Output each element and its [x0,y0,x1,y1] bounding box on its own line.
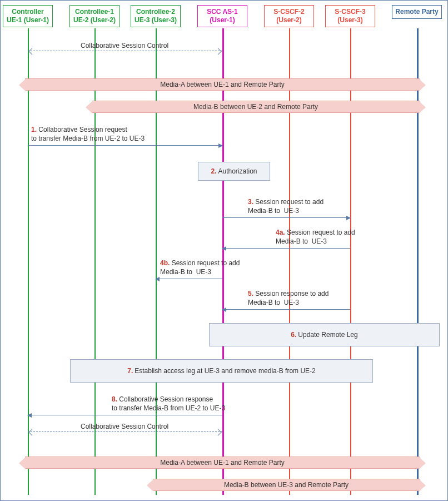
message-arrow [28,145,222,146]
collab-session-control-label: Collaborative Session Control [81,423,168,431]
participant-ue1: ControllerUE-1 (User-1) [3,5,53,27]
step-box: 6. Update Remote Leg [209,323,440,346]
lifeline-scscf3 [350,28,351,495]
media-bar: Media-B between UE-3 and Remote Party [153,479,420,491]
media-bar: Media-A between UE-1 and Remote Party [25,457,420,469]
message-arrow [28,415,222,415]
media-bar: Media-A between UE-1 and Remote Party [25,78,420,91]
lifeline-scscf2 [289,28,290,495]
participant-scc: SCC AS-1(User-1) [197,5,247,27]
lifeline-ue1 [28,28,29,495]
message-label: 5. Session response to addMedia-B to UE-… [248,290,328,307]
collab-session-control-label: Collaborative Session Control [81,42,168,51]
message-label: 3. Session request to addMedia-B to UE-3 [248,198,323,215]
lifeline-remote [417,28,419,495]
collab-session-control [28,51,222,51]
participant-ue3: Controllee-2UE-3 (User-3) [131,5,181,27]
message-label: 1. Collaborative Session requestto trans… [31,126,145,143]
participant-scscf3: S-CSCF-3(User-3) [325,5,375,27]
sequence-diagram: ControllerUE-1 (User-1)Controllee-1UE-2 … [0,0,448,501]
step-box: 2. Authorization [198,162,270,181]
step-box: 7. Establish access leg at UE-3 and remo… [70,359,373,383]
participant-ue2: Controllee-1UE-2 (User-2) [69,5,120,27]
participant-remote: Remote Party [392,5,442,19]
message-label: 4b. Session request to addMedia-B to UE-… [160,259,240,276]
participant-scscf2: S-CSCF-2(User-2) [264,5,314,27]
message-arrow [156,279,222,279]
message-arrow [222,217,350,218]
collab-session-control [28,431,222,432]
message-label: 8. Collaborative Session responseto tran… [112,395,225,413]
media-bar: Media-B between UE-2 and Remote Party [92,101,420,113]
message-label: 4a. Session request to addMedia-B to UE-… [276,229,355,246]
message-arrow [222,248,350,249]
message-arrow [222,309,350,310]
